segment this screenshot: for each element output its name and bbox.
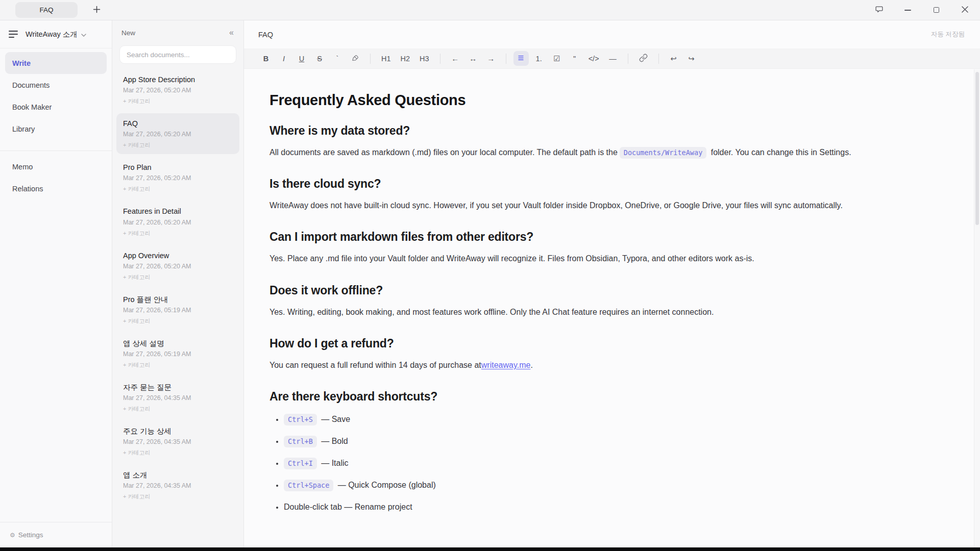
faq-question-heading: Are there keyboard shortcuts? bbox=[270, 390, 948, 404]
link-button[interactable] bbox=[635, 51, 651, 66]
document-list-item[interactable]: App OverviewMar 27, 2026, 05:20 AM+ 카테고리 bbox=[116, 245, 239, 286]
sidebar-item-library[interactable]: Library bbox=[5, 118, 107, 140]
add-category-button[interactable]: + 카테고리 bbox=[123, 317, 233, 325]
redo-button[interactable]: ↪ bbox=[684, 51, 699, 66]
underline-button[interactable]: U bbox=[294, 51, 309, 66]
code-block-button[interactable]: </> bbox=[585, 51, 603, 66]
add-category-button[interactable]: + 카테고리 bbox=[123, 449, 233, 457]
document-title: 앱 상세 설명 bbox=[123, 339, 233, 348]
gear-icon: ⚙ bbox=[10, 532, 15, 539]
hamburger-menu-button[interactable] bbox=[9, 31, 18, 37]
sidebar-item-documents[interactable]: Documents bbox=[5, 74, 107, 96]
collapse-panel-button[interactable]: « bbox=[229, 28, 234, 37]
add-category-button[interactable]: + 카테고리 bbox=[123, 273, 233, 281]
editor-header: FAQ 자동 저장됨 bbox=[244, 20, 980, 48]
outdent-button[interactable]: ← bbox=[448, 51, 463, 66]
close-button[interactable] bbox=[960, 5, 970, 15]
indent-button[interactable]: → bbox=[483, 51, 499, 66]
faq-answer-paragraph: You can request a full refund within 14 … bbox=[270, 359, 948, 371]
faq-answer-paragraph: Yes. Writing, editing, book making, and … bbox=[270, 306, 948, 318]
faq-question-heading: Does it work offline? bbox=[270, 284, 948, 297]
sidebar-item-memo[interactable]: Memo bbox=[5, 156, 107, 178]
document-title: 앱 소개 bbox=[123, 470, 233, 480]
faq-question-heading: Where is my data stored? bbox=[270, 124, 948, 138]
settings-button[interactable]: ⚙ Settings bbox=[0, 522, 112, 547]
project-switcher[interactable]: WriteAway 소개 bbox=[26, 30, 86, 39]
document-list-item[interactable]: FAQMar 27, 2026, 05:20 AM+ 카테고리 bbox=[116, 113, 239, 154]
bold-button[interactable]: B bbox=[258, 51, 274, 66]
minimize-button[interactable] bbox=[902, 5, 913, 15]
autosave-status: 자동 저장됨 bbox=[931, 30, 965, 39]
faq-answer-paragraph: WriteAway does not have built-in cloud s… bbox=[270, 199, 948, 211]
editor-content-area[interactable]: Frequently Asked Questions Where is my d… bbox=[244, 69, 980, 547]
new-tab-button[interactable] bbox=[90, 4, 103, 17]
window-controls bbox=[874, 5, 970, 15]
horizontal-rule-button[interactable]: — bbox=[605, 51, 621, 66]
undo-button[interactable]: ↩ bbox=[666, 51, 681, 66]
heading1-button[interactable]: H1 bbox=[378, 51, 395, 66]
document-list-item[interactable]: 앱 소개Mar 27, 2026, 04:35 AM+ 카테고리 bbox=[116, 465, 239, 506]
documents-panel-header: New « bbox=[112, 20, 243, 45]
document-date: Mar 27, 2026, 05:20 AM bbox=[123, 174, 233, 182]
external-link[interactable]: writeaway.me bbox=[481, 361, 531, 369]
inline-code: Documents/WriteAway bbox=[620, 147, 706, 159]
bullet-list-button[interactable] bbox=[513, 51, 529, 66]
formatting-toolbar: BIUS`H1H2H3←↔→1.☑"</>—↩↪ bbox=[244, 48, 980, 69]
inline-code-button[interactable]: ` bbox=[330, 51, 345, 66]
shortcuts-list: Ctrl+S — SaveCtrl+B — BoldCtrl+I — Itali… bbox=[270, 415, 948, 512]
scrollbar-track[interactable] bbox=[974, 69, 980, 547]
document-date: Mar 27, 2026, 05:19 AM bbox=[123, 307, 233, 314]
faq-question-heading: Can I import markdown files from other e… bbox=[270, 230, 948, 244]
maximize-button[interactable] bbox=[931, 5, 941, 15]
document-list-item[interactable]: 자주 묻는 질문Mar 27, 2026, 04:35 AM+ 카테고리 bbox=[116, 377, 239, 418]
document-title: App Overview bbox=[123, 251, 233, 260]
project-tab-label: FAQ bbox=[39, 6, 53, 14]
strikethrough-button[interactable]: S bbox=[312, 51, 327, 66]
bullet-list-icon bbox=[517, 54, 525, 63]
document-list-item[interactable]: 주요 기능 상세Mar 27, 2026, 04:35 AM+ 카테고리 bbox=[116, 421, 239, 462]
heading2-button[interactable]: H2 bbox=[397, 51, 414, 66]
inline-code: Ctrl+B bbox=[284, 436, 317, 447]
document-list-item[interactable]: Pro 플랜 안내Mar 27, 2026, 05:19 AM+ 카테고리 bbox=[116, 289, 239, 330]
document-date: Mar 27, 2026, 05:20 AM bbox=[123, 87, 233, 94]
scrollbar-thumb[interactable] bbox=[975, 72, 979, 225]
highlight-button[interactable] bbox=[348, 51, 363, 66]
document-date: Mar 27, 2026, 04:35 AM bbox=[123, 438, 233, 445]
toolbar-divider bbox=[628, 54, 628, 64]
add-category-button[interactable]: + 카테고리 bbox=[123, 230, 233, 237]
heading3-button[interactable]: H3 bbox=[416, 51, 433, 66]
search-input[interactable] bbox=[127, 51, 229, 59]
ordered-list-button[interactable]: 1. bbox=[531, 51, 547, 66]
project-tab[interactable]: FAQ bbox=[15, 2, 78, 18]
document-title: Features in Detail bbox=[123, 207, 233, 216]
document-list-item[interactable]: Pro PlanMar 27, 2026, 05:20 AM+ 카테고리 bbox=[116, 157, 239, 198]
sidebar-item-book-maker[interactable]: Book Maker bbox=[5, 96, 107, 118]
document-list-item[interactable]: App Store DescriptionMar 27, 2026, 05:20… bbox=[116, 69, 239, 110]
document-list-item[interactable]: Features in DetailMar 27, 2026, 05:20 AM… bbox=[116, 201, 239, 242]
document-date: Mar 27, 2026, 04:35 AM bbox=[123, 482, 233, 489]
document-list-item[interactable]: 앱 상세 설명Mar 27, 2026, 05:19 AM+ 카테고리 bbox=[116, 333, 239, 374]
settings-label: Settings bbox=[18, 531, 43, 539]
add-category-button[interactable]: + 카테고리 bbox=[123, 141, 233, 149]
italic-button[interactable]: I bbox=[276, 51, 291, 66]
align-button[interactable]: ↔ bbox=[465, 51, 481, 66]
sidebar-item-relations[interactable]: Relations bbox=[5, 178, 107, 199]
add-category-button[interactable]: + 카테고리 bbox=[123, 97, 233, 105]
minimize-icon bbox=[904, 10, 911, 11]
highlighter-icon bbox=[352, 54, 359, 63]
add-category-button[interactable]: + 카테고리 bbox=[123, 493, 233, 500]
faq-question-heading: Is there cloud sync? bbox=[270, 177, 948, 191]
chevron-down-icon bbox=[81, 30, 86, 38]
documents-panel: New « App Store DescriptionMar 27, 2026,… bbox=[112, 20, 244, 547]
document-list: App Store DescriptionMar 27, 2026, 05:20… bbox=[112, 69, 243, 547]
editor-doc-title: FAQ bbox=[258, 31, 273, 39]
feedback-button[interactable] bbox=[874, 5, 884, 15]
add-category-button[interactable]: + 카테고리 bbox=[123, 405, 233, 413]
sidebar-item-write[interactable]: Write bbox=[5, 52, 107, 74]
shortcut-list-item: Ctrl+B — Bold bbox=[284, 437, 948, 446]
task-list-button[interactable]: ☑ bbox=[549, 51, 565, 66]
add-category-button[interactable]: + 카테고리 bbox=[123, 185, 233, 193]
add-category-button[interactable]: + 카테고리 bbox=[123, 361, 233, 369]
quote-button[interactable]: " bbox=[567, 51, 582, 66]
documents-panel-title: New bbox=[121, 29, 135, 37]
